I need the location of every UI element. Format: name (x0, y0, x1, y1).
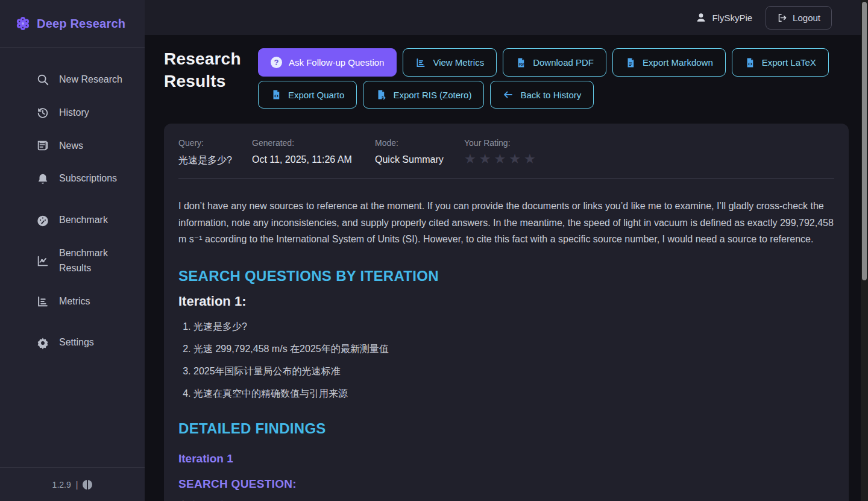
export-markdown-button[interactable]: Export Markdown (612, 48, 726, 77)
logout-label: Logout (793, 13, 820, 23)
sidebar-item-settings[interactable]: Settings (0, 326, 145, 359)
chart-icon (415, 57, 426, 68)
main-content: Research Results ? Ask Follow-up Questio… (145, 35, 868, 501)
sidebar-item-news[interactable]: News (0, 130, 145, 163)
sidebar-item-history[interactable]: History (0, 96, 145, 130)
result-card: Query: 光速是多少? Generated: Oct 11, 2025, 1… (164, 124, 849, 501)
sidebar-item-subscriptions[interactable]: Subscriptions (0, 162, 145, 195)
user-icon (696, 12, 706, 23)
button-label: Export RIS (Zotero) (393, 90, 471, 100)
sidebar-item-label: Benchmark (59, 213, 108, 228)
question-item: 光速在真空中的精确数值与引用来源 (193, 386, 834, 400)
newspaper-icon (36, 139, 49, 153)
button-label: Export Quarto (288, 90, 344, 100)
file-code-icon (271, 89, 281, 100)
generated-label: Generated: (252, 138, 356, 148)
logout-button[interactable]: Logout (766, 6, 832, 30)
page-scrollbar[interactable] (861, 0, 868, 501)
sidebar-footer: 1.2.9 | (0, 467, 145, 501)
sidebar-item-label: Benchmark Results (59, 246, 130, 276)
file-code-icon (744, 57, 755, 68)
history-icon (36, 106, 49, 119)
sidebar-item-label: Settings (59, 335, 94, 350)
sidebar-nav: New Research History News Subscriptions … (0, 48, 145, 467)
sidebar-item-label: Subscriptions (59, 171, 117, 186)
meta-rating: Your Rating: ★★★★★ (464, 138, 539, 167)
export-latex-button[interactable]: Export LaTeX (732, 48, 829, 77)
back-to-history-button[interactable]: Back to History (490, 81, 594, 109)
rating-label: Your Rating: (464, 138, 539, 148)
search-icon (36, 73, 49, 86)
mode-value: Quick Summary (375, 154, 445, 165)
username: FlySkyPie (712, 13, 752, 23)
line-chart-icon (36, 254, 49, 268)
button-label: Export Markdown (643, 57, 713, 68)
generated-value: Oct 11, 2025, 11:26 AM (252, 154, 356, 165)
mode-label: Mode: (375, 138, 445, 148)
meta-divider (178, 178, 834, 179)
result-meta: Query: 光速是多少? Generated: Oct 11, 2025, 1… (178, 138, 834, 167)
button-label: Ask Follow-up Question (289, 57, 384, 68)
user-chip: FlySkyPie (696, 12, 752, 23)
query-label: Query: (178, 138, 233, 148)
topbar: FlySkyPie Logout (145, 0, 868, 35)
detailed-findings-heading: DETAILED FINDINGS (178, 420, 834, 437)
page-title: Research Results (164, 48, 258, 93)
sidebar-item-label: Metrics (59, 294, 90, 309)
query-value: 光速是多少? (178, 154, 233, 167)
question-circle-icon: ? (271, 57, 282, 68)
button-label: Export LaTeX (762, 57, 816, 68)
question-list: 光速是多少? 光速 299,792,458 m/s 在2025年的最新测量值 2… (178, 320, 834, 401)
findings-iteration-heading: Iteration 1 (178, 452, 834, 465)
question-item: 2025年国际计量局公布的光速标准 (193, 364, 834, 378)
iteration-heading: Iteration 1: (178, 294, 834, 309)
atom-logo-icon (16, 16, 30, 31)
logout-icon (777, 13, 787, 23)
footer-divider: | (76, 480, 78, 490)
file-export-icon (376, 89, 386, 100)
file-pdf-icon: PDF (515, 57, 526, 68)
bell-icon (36, 172, 49, 186)
meta-generated: Generated: Oct 11, 2025, 11:26 AM (252, 138, 356, 167)
export-quarto-button[interactable]: Export Quarto (258, 81, 357, 109)
button-label: Download PDF (533, 57, 594, 68)
gauge-icon (36, 214, 49, 227)
sidebar-item-benchmark[interactable]: Benchmark (0, 204, 145, 237)
sidebar-item-label: New Research (59, 72, 122, 87)
summary-text: I don’t have any new sources to referenc… (178, 198, 834, 248)
sidebar-item-metrics[interactable]: Metrics (0, 285, 145, 318)
sidebar-item-benchmark-results[interactable]: Benchmark Results (0, 237, 145, 285)
sidebar-item-label: News (59, 139, 83, 154)
question-item: 光速 299,792,458 m/s 在2025年的最新测量值 (193, 342, 834, 356)
view-metrics-button[interactable]: View Metrics (403, 48, 497, 77)
action-toolbar: ? Ask Follow-up Question View Metrics PD… (258, 48, 849, 109)
star-rating[interactable]: ★★★★★ (464, 151, 539, 167)
app-logo[interactable]: Deep Research (0, 0, 145, 48)
app-version: 1.2.9 (52, 480, 71, 490)
svg-text:PDF: PDF (519, 63, 524, 66)
download-pdf-button[interactable]: PDF Download PDF (503, 48, 606, 77)
sidebar-item-label: History (59, 106, 89, 121)
search-question-label: SEARCH QUESTION: (178, 477, 834, 491)
scrollbar-thumb[interactable] (862, 2, 867, 280)
gear-icon (36, 336, 49, 350)
app-title: Deep Research (37, 17, 125, 31)
search-questions-heading: SEARCH QUESTIONS BY ITERATION (178, 268, 834, 285)
file-lines-icon (625, 57, 636, 68)
meta-mode: Mode: Quick Summary (375, 138, 445, 167)
meta-query: Query: 光速是多少? (178, 138, 233, 167)
button-label: Back to History (520, 90, 581, 100)
question-item: 光速是多少? (193, 320, 834, 333)
arrow-left-icon (503, 89, 514, 100)
brand-mark-icon[interactable] (83, 480, 92, 490)
export-ris-button[interactable]: Export RIS (Zotero) (363, 81, 484, 109)
sidebar: Deep Research New Research History News … (0, 0, 145, 501)
bar-chart-icon (36, 295, 49, 308)
button-label: View Metrics (433, 57, 484, 68)
sidebar-item-new-research[interactable]: New Research (0, 63, 145, 96)
ask-followup-button[interactable]: ? Ask Follow-up Question (258, 48, 397, 77)
